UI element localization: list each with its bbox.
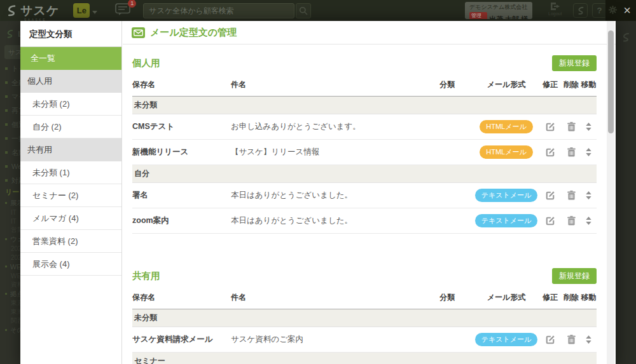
- move-sort-icon[interactable]: [585, 122, 592, 131]
- move-sort-icon[interactable]: [585, 335, 592, 344]
- search-button: [296, 3, 311, 18]
- template-name: CMSテスト: [132, 114, 231, 140]
- template-name: 新機能リリース: [132, 140, 231, 165]
- trash-icon[interactable]: [567, 334, 576, 345]
- group-row: 自分: [132, 165, 597, 183]
- saaske-swoosh-icon: [576, 6, 585, 15]
- edit-cell: [539, 114, 562, 140]
- column-header: 分類: [420, 288, 474, 309]
- template-table: 保存名件名分類メール形式修正削除移動未分類サスケ資料請求メールサスケ資料のご案内…: [132, 288, 597, 364]
- app-top-bar: サスケ SAASKE Le 1 デモシステム株式会社 管理者 出茂 太郎 様 L…: [0, 0, 636, 21]
- sidebar-item[interactable]: 未分類 (2): [20, 93, 121, 116]
- notification-count-badge: 1: [128, 0, 136, 8]
- sidebar-item[interactable]: 展示会 (4): [20, 253, 121, 276]
- logout-label: Logout: [548, 11, 562, 16]
- sidebar-item[interactable]: 共有用: [20, 138, 121, 161]
- trash-icon[interactable]: [567, 190, 576, 201]
- edit-icon[interactable]: [544, 147, 556, 158]
- sidebar-item[interactable]: 未分類 (1): [20, 161, 121, 184]
- edit-icon[interactable]: [544, 190, 556, 201]
- lead-plus-badge: Le: [73, 3, 90, 18]
- edit-cell: [539, 327, 562, 353]
- trash-cell: [562, 114, 581, 140]
- template-category-panel: 定型文分類 全一覧個人用未分類 (2)自分 (2)共有用未分類 (1)セミナー …: [20, 21, 122, 364]
- sidebar-item[interactable]: 自分 (2): [20, 116, 121, 138]
- template-format: テキストメール: [474, 208, 539, 234]
- section-title: 共有用: [132, 270, 160, 282]
- trash-cell: [562, 140, 581, 165]
- bullet-icon: [5, 109, 8, 112]
- group-row: セミナー: [132, 353, 597, 364]
- column-header: 移動: [581, 75, 597, 97]
- trash-icon[interactable]: [567, 121, 576, 132]
- logout-icon: [550, 2, 561, 11]
- column-header: メール形式: [474, 288, 539, 309]
- trash-cell: [562, 327, 581, 353]
- format-badge: テキストメール: [475, 214, 538, 227]
- modal-main: メール定型文の管理 個人用新規登録保存名件名分類メール形式修正削除移動未分類CM…: [123, 21, 616, 364]
- move-cell: [581, 183, 597, 208]
- company-name: デモシステム株式会社: [469, 3, 528, 11]
- new-template-button[interactable]: 新規登録: [552, 55, 597, 71]
- bullet-icon: [5, 266, 7, 267]
- column-header: 削除: [562, 288, 581, 309]
- template-subject: 【サスケ】リリース情報: [231, 140, 420, 165]
- nav-item-label: IT: [11, 218, 17, 225]
- bullet-icon: [5, 165, 8, 168]
- trash-icon[interactable]: [567, 215, 576, 226]
- nav-item-label: IT: [11, 209, 17, 216]
- move-sort-icon[interactable]: [585, 191, 592, 200]
- table-row: サスケ資料請求メールサスケ資料のご案内テキストメール: [132, 327, 597, 353]
- template-format: HTMLメール: [474, 114, 539, 140]
- modal-scrollbar-thumb[interactable]: [608, 30, 614, 133]
- sidebar-item[interactable]: 全一覧: [20, 47, 121, 70]
- table-row: zoom案内本日はありがとうございました。テキストメール: [132, 208, 597, 234]
- move-cell: [581, 208, 597, 234]
- table-row: CMSテストお申し込みありがとうございます。HTMLメール: [132, 114, 597, 140]
- saaske-swoosh-icon: [5, 4, 18, 17]
- edit-icon[interactable]: [544, 334, 556, 346]
- sidebar-item[interactable]: セミナー (2): [20, 184, 121, 207]
- trash-icon[interactable]: [567, 147, 576, 158]
- edit-icon[interactable]: [544, 121, 556, 133]
- sidebar-item[interactable]: 営業資料 (2): [20, 230, 121, 253]
- bullet-icon: [5, 67, 8, 70]
- column-header: 削除: [562, 75, 581, 97]
- bullet-icon: [5, 123, 8, 126]
- bullet-icon: [5, 137, 8, 140]
- bullet-icon: [5, 293, 7, 295]
- move-sort-icon[interactable]: [585, 216, 592, 226]
- template-category: [420, 114, 474, 140]
- template-subject: お申し込みありがとうございます。: [231, 114, 420, 140]
- edit-icon[interactable]: [544, 215, 556, 227]
- column-header: 移動: [581, 288, 597, 309]
- mail-icon: [132, 27, 145, 38]
- close-icon[interactable]: ×: [623, 3, 631, 18]
- edit-cell: [539, 208, 562, 234]
- format-badge: テキストメール: [475, 333, 538, 346]
- template-format: テキストメール: [474, 183, 539, 208]
- template-name: zoom案内: [132, 208, 231, 234]
- template-format: HTMLメール: [474, 140, 539, 165]
- move-sort-icon[interactable]: [585, 147, 592, 157]
- search-icon: [299, 6, 308, 15]
- format-badge: HTMLメール: [480, 145, 532, 159]
- template-name: 署名: [132, 183, 231, 208]
- app-logo: サスケ SAASKE: [5, 3, 59, 19]
- user-name: 出茂 太郎 様: [489, 15, 528, 20]
- trash-cell: [562, 183, 581, 208]
- template-subject: サスケ資料のご案内: [231, 327, 420, 353]
- sidebar-item[interactable]: メルマガ (4): [20, 207, 121, 230]
- template-subject: 本日はありがとうございました。: [231, 183, 420, 208]
- bullet-icon: [5, 238, 7, 240]
- column-header: メール形式: [474, 75, 539, 97]
- bullet-icon: [5, 202, 7, 204]
- chevron-down-icon: [92, 11, 97, 14]
- format-badge: テキストメール: [475, 189, 538, 202]
- section-header: 共有用新規登録: [132, 268, 597, 284]
- sidebar-item[interactable]: 個人用: [20, 70, 121, 93]
- new-template-button[interactable]: 新規登録: [552, 268, 597, 284]
- modal-scrollbar-track[interactable]: [607, 21, 614, 364]
- column-header: 分類: [420, 75, 474, 97]
- group-label: 未分類: [132, 309, 597, 327]
